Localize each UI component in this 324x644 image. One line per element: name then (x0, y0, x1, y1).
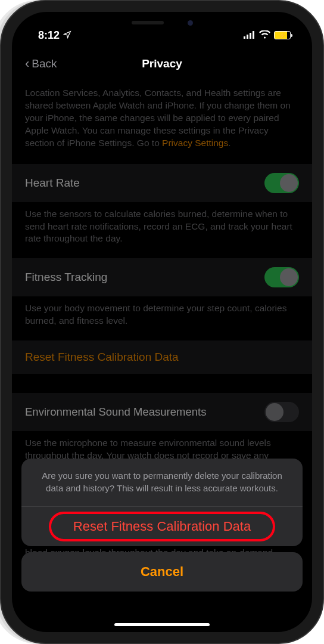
notch (99, 12, 225, 33)
back-button[interactable]: ‹ Back (25, 56, 57, 72)
privacy-settings-link[interactable]: Privacy Settings (162, 138, 228, 148)
home-indicator[interactable] (114, 623, 210, 626)
heart-rate-label: Heart Rate (25, 177, 80, 190)
wifi-icon (259, 29, 270, 42)
page-title: Privacy (142, 57, 182, 70)
svg-rect-2 (250, 33, 251, 39)
location-icon (63, 29, 71, 42)
speaker (132, 21, 164, 24)
action-sheet: Are you sure you want to permanently del… (12, 451, 312, 615)
env-sound-row: Environmental Sound Measurements (12, 393, 312, 431)
cancel-label: Cancel (141, 564, 183, 579)
phone-frame: 8:12 ⚡ ‹ Back Privacy (0, 0, 324, 644)
fitness-tracking-desc: Use your body movement to determine your… (12, 296, 312, 340)
cancel-button[interactable]: Cancel (21, 552, 303, 592)
heart-rate-desc: Use the sensors to calculate calories bu… (12, 202, 312, 259)
fitness-tracking-label: Fitness Tracking (25, 271, 107, 284)
status-time: 8:12 (38, 29, 60, 42)
svg-rect-1 (247, 35, 248, 39)
cellular-icon (244, 29, 256, 42)
chevron-left-icon: ‹ (25, 56, 29, 72)
fitness-tracking-toggle[interactable] (264, 267, 299, 287)
content-area: Location Services, Analytics, Contacts, … (12, 79, 312, 615)
heart-rate-row: Heart Rate (12, 164, 312, 202)
action-sheet-group: Are you sure you want to permanently del… (21, 459, 303, 546)
reset-calibration-label: Reset Fitness Calibration Data (25, 351, 179, 363)
camera-dot (188, 20, 193, 26)
intro-text: Location Services, Analytics, Contacts, … (12, 79, 312, 164)
env-sound-toggle[interactable] (264, 402, 299, 422)
fitness-tracking-row: Fitness Tracking (12, 258, 312, 296)
env-sound-label: Environmental Sound Measurements (25, 405, 206, 419)
battery-icon: ⚡ (274, 31, 291, 39)
heart-rate-toggle[interactable] (264, 173, 299, 193)
reset-calibration-confirm-button[interactable]: Reset Fitness Calibration Data (21, 507, 303, 546)
reset-calibration-row[interactable]: Reset Fitness Calibration Data (12, 340, 312, 374)
svg-rect-0 (244, 36, 245, 39)
svg-rect-3 (253, 31, 254, 39)
destructive-label: Reset Fitness Calibration Data (73, 519, 251, 534)
screen: 8:12 ⚡ ‹ Back Privacy (12, 12, 312, 632)
navigation-bar: ‹ Back Privacy (12, 45, 312, 79)
action-sheet-message: Are you sure you want to permanently del… (21, 459, 303, 507)
back-label: Back (32, 57, 57, 70)
